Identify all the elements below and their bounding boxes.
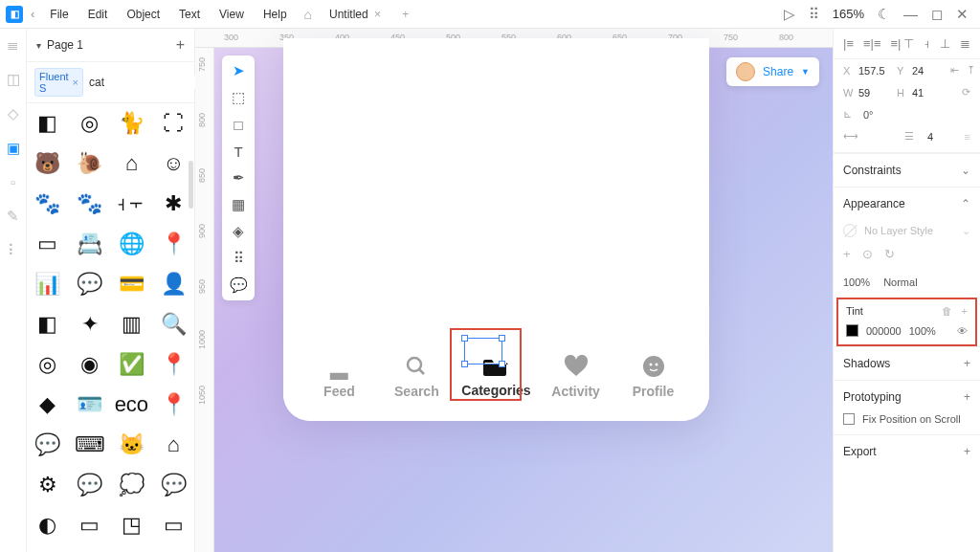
add-shadow-icon[interactable]: + [964,357,970,370]
new-tab-button[interactable]: + [392,8,418,21]
icon-grid-item[interactable]: 🐾 [27,184,69,224]
component-tool-icon[interactable]: ◈ [222,222,255,241]
add-tint-icon[interactable]: + [962,305,968,317]
icon-grid-item[interactable]: ⌂ [111,144,153,184]
tab-profile[interactable]: Profile [621,355,686,399]
h-value[interactable]: 41 [912,87,943,99]
more-icon[interactable]: ≡ [965,131,970,143]
add-export-icon[interactable]: + [964,445,970,458]
assets-icon[interactable]: ◫ [7,71,20,88]
edit-icon[interactable]: ✎ [7,208,19,225]
icon-grid-item[interactable]: 📷 [27,545,69,552]
icon-grid-item[interactable]: ⚙ [27,465,69,505]
icon-grid-item[interactable]: ⌨ [69,425,111,465]
checkbox-icon[interactable] [843,413,855,425]
icon-grid-item[interactable]: 🐾 [69,184,111,224]
icon-grid-item[interactable]: 💭 [111,465,153,505]
align-bottom-icon[interactable]: ⊥ [940,36,950,51]
appearance-header[interactable]: Appearance ⌃ [834,188,980,220]
icon-grid-item[interactable]: ◐ [27,505,69,545]
close-tab-icon[interactable]: × [374,7,382,21]
shadows-header[interactable]: Shadows + [834,347,980,380]
delete-tint-icon[interactable]: 🗑 [942,305,952,317]
flip-h-icon[interactable]: ⇤ [950,64,959,77]
artboard[interactable]: ▂ Feed Search Categories [283,38,709,421]
menu-object[interactable]: Object [119,4,167,25]
back-chevron-icon[interactable]: ‹ [27,7,38,21]
icon-grid-item[interactable]: ▭ [69,505,111,545]
blend-mode[interactable]: Normal [883,276,917,288]
scrollbar-thumb[interactable] [189,161,193,209]
icon-grid-item[interactable]: 🐻 [27,144,69,184]
icon-grid-item[interactable]: 💳 [111,264,153,304]
spacing-icon[interactable]: ⟷ [843,130,858,143]
icon-grid-item[interactable]: ◧ [27,304,69,344]
icon-grid-item[interactable]: ▭ [27,224,69,264]
icon-grid-item[interactable]: 💬 [27,425,69,465]
align-top-icon[interactable]: ⊤ [903,36,914,51]
icon-grid-item[interactable]: ◫ [111,545,153,552]
menu-text[interactable]: Text [171,4,208,25]
plugins-icon[interactable]: ▣ [7,140,20,157]
visibility-icon[interactable]: 👁 [957,325,968,337]
menu-help[interactable]: Help [256,4,295,25]
icon-grid-item[interactable]: ◳ [111,505,153,545]
menu-edit[interactable]: Edit [80,4,116,25]
grid-icon[interactable]: ⠿ [809,6,819,23]
export-header[interactable]: Export + [834,435,980,468]
canvas[interactable]: ➤ ⬚ □ T ✒ ▦ ◈ ⠿ 💬 ▫▫ ▫│▫ ◻ ✧ Share ▼ [214,48,833,552]
icon-grid-item[interactable]: ✦ [69,304,111,344]
icon-grid-item[interactable]: ✅ [111,344,153,385]
icon-grid-item[interactable]: ⫞⫟ [111,184,153,224]
columns-value[interactable]: 4 [927,131,933,143]
image-tool-icon[interactable]: ▦ [222,195,255,214]
icon-grid-item[interactable]: 💬 [69,465,111,505]
selection-box[interactable] [464,338,502,364]
icon-grid-item[interactable]: 🐈 [111,103,153,144]
tint-hex[interactable]: 000000 [866,325,902,337]
flip-v-icon[interactable]: ⤒ [967,64,975,77]
icon-grid-item[interactable]: 🪪 [69,385,111,425]
reset-style-icon[interactable]: ↻ [884,247,895,261]
menu-file[interactable]: File [42,4,76,25]
opacity-value[interactable]: 100% [843,276,870,288]
play-icon[interactable]: ▷ [784,6,795,23]
zoom-level[interactable]: 165% [833,7,864,21]
settings-icon[interactable]: ⠇ [8,242,18,259]
maximize-icon[interactable]: ◻ [931,6,943,23]
components-icon[interactable]: ◇ [8,105,19,122]
page-selector[interactable]: ▾ Page 1 + [27,29,194,62]
icon-grid-item[interactable]: ◆ [27,385,69,425]
w-value[interactable]: 59 [858,87,889,99]
x-value[interactable]: 157.5 [858,65,889,77]
app-logo-icon[interactable]: ◧ [6,6,23,23]
minimize-icon[interactable]: — [903,6,918,22]
constraints-header[interactable]: Constraints ⌄ [834,154,980,187]
image-icon[interactable]: ▫ [11,174,15,190]
fix-position-row[interactable]: Fix Position on Scroll [834,413,980,434]
layers-icon[interactable]: ≣ [7,36,19,54]
icon-grid-item[interactable]: ▤ [69,545,111,552]
move-tool-icon[interactable]: ➤ [222,61,255,80]
document-tab[interactable]: Untitled × [322,7,389,21]
prototyping-header[interactable]: Prototyping + [834,381,980,413]
rotation-value[interactable]: 0° [863,109,874,121]
icon-grid-item[interactable]: 🌐 [111,224,153,264]
pen-tool-icon[interactable]: ✒ [222,168,255,188]
icon-grid-item[interactable]: ◧ [27,103,69,144]
layer-style-row[interactable]: No Layer Style ⌄ [834,220,980,241]
icon-grid-item[interactable]: eco [111,385,153,425]
tint-opacity[interactable]: 100% [909,325,936,337]
rectangle-tool-icon[interactable]: □ [222,115,255,134]
y-value[interactable]: 24 [912,65,943,77]
frame-tool-icon[interactable]: ⬚ [222,88,255,107]
lock-ratio-icon[interactable]: ⟳ [962,86,970,99]
align-left-icon[interactable]: |≡ [843,36,854,51]
tab-search[interactable]: Search [384,355,449,399]
icon-grid-item[interactable]: ◎ [69,103,111,144]
tab-feed[interactable]: ▂ Feed [306,355,371,399]
align-center-h-icon[interactable]: ≡|≡ [863,36,881,51]
close-window-icon[interactable]: ✕ [956,6,969,23]
menu-view[interactable]: View [212,4,252,25]
align-center-v-icon[interactable]: ⫞ [924,36,930,51]
